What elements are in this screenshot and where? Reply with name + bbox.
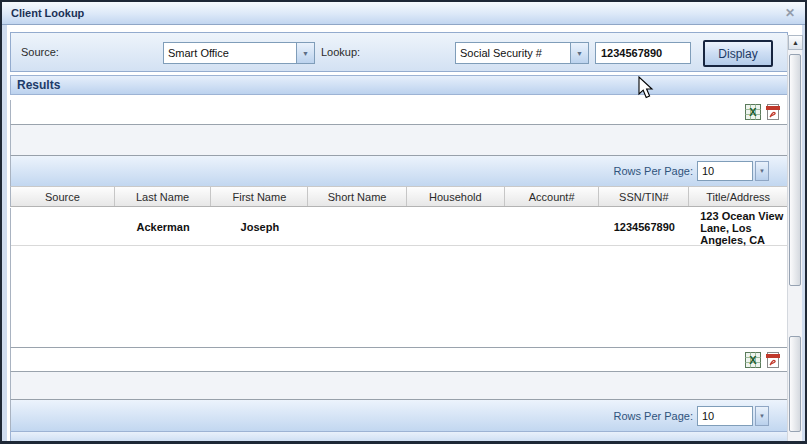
column-header-source[interactable]: Source <box>11 187 115 206</box>
inner-bevel-right <box>802 25 805 441</box>
cell-title-address: 123 Ocean View Lane, Los Angeles, CA <box>689 208 787 245</box>
lookup-label: Lookup: <box>321 46 360 58</box>
inner-bevel-left <box>2 25 7 441</box>
column-header-ssn-tin[interactable]: SSN/TIN# <box>599 187 689 206</box>
chevron-down-icon[interactable]: ▼ <box>755 161 769 181</box>
chevron-down-icon[interactable]: ▼ <box>570 43 588 63</box>
chevron-down-icon[interactable]: ▼ <box>296 43 314 63</box>
top-grid-pager: Rows Per Page: ▼ <box>10 156 788 186</box>
svg-text:X: X <box>749 354 757 366</box>
lookup-value-input[interactable] <box>595 42 691 64</box>
results-section-header: Results <box>10 75 788 95</box>
source-dropdown[interactable]: Smart Office ▼ <box>163 42 315 64</box>
scrollbar-thumb[interactable] <box>789 54 801 286</box>
cell-last-name: Ackerman <box>115 208 212 245</box>
close-icon[interactable]: ✕ <box>785 7 795 19</box>
display-button[interactable]: Display <box>703 40 773 67</box>
cell-short-name <box>308 208 407 245</box>
cell-household <box>407 208 505 245</box>
scroll-up-icon[interactable]: ▲ <box>788 35 803 50</box>
export-pdf-icon[interactable] <box>766 352 782 368</box>
export-excel-icon[interactable]: X <box>745 104 761 120</box>
search-toolbar: Source: Smart Office ▼ Lookup: Social Se… <box>10 32 788 72</box>
rows-per-page-input[interactable] <box>697 406 753 426</box>
lookup-type-dropdown[interactable]: Social Security # ▼ <box>455 42 589 64</box>
column-header-first-name[interactable]: First Name <box>211 187 308 206</box>
dialog-title: Client Lookup <box>11 7 84 19</box>
bottom-strip <box>10 431 788 441</box>
results-title: Results <box>17 78 60 92</box>
top-grid-export-bar: X <box>10 100 788 125</box>
column-header-account[interactable]: Account# <box>505 187 600 206</box>
column-header-short-name[interactable]: Short Name <box>308 187 407 206</box>
cell-ssn-tin: 1234567890 <box>599 208 689 245</box>
results-table-header: Source Last Name First Name Short Name H… <box>10 186 788 207</box>
svg-text:X: X <box>749 106 757 118</box>
cell-source <box>11 208 115 245</box>
bottom-grid-export-bar: X <box>10 347 788 372</box>
export-pdf-icon[interactable] <box>766 104 782 120</box>
table-row[interactable]: Ackerman Joseph 1234567890 123 Ocean Vie… <box>11 208 787 246</box>
column-header-last-name[interactable]: Last Name <box>115 187 212 206</box>
dialog-titlebar: Client Lookup ✕ <box>2 2 805 25</box>
scrollbar-thumb[interactable] <box>789 336 801 432</box>
rows-per-page-label: Rows Per Page: <box>614 410 693 422</box>
column-header-household[interactable]: Household <box>407 187 505 206</box>
bottom-grid-filter-row <box>10 372 788 400</box>
column-header-title-address[interactable]: Title/Address <box>689 187 787 206</box>
bottom-grid-pager: Rows Per Page: ▼ <box>10 400 788 431</box>
cell-first-name: Joseph <box>211 208 308 245</box>
results-table-body: Ackerman Joseph 1234567890 123 Ocean Vie… <box>10 208 788 347</box>
rows-per-page-input[interactable] <box>697 161 753 181</box>
cell-account <box>505 208 600 245</box>
rows-per-page-label: Rows Per Page: <box>614 165 693 177</box>
vertical-scrollbar[interactable]: ▲ <box>787 35 802 441</box>
client-lookup-dialog: Client Lookup ✕ Source: Smart Office ▼ L… <box>0 0 807 444</box>
source-dropdown-value: Smart Office <box>164 43 296 63</box>
top-grid-filter-row <box>10 125 788 156</box>
chevron-down-icon[interactable]: ▼ <box>755 406 769 426</box>
lookup-type-dropdown-value: Social Security # <box>456 43 570 63</box>
export-excel-icon[interactable]: X <box>745 352 761 368</box>
source-label: Source: <box>21 46 59 58</box>
